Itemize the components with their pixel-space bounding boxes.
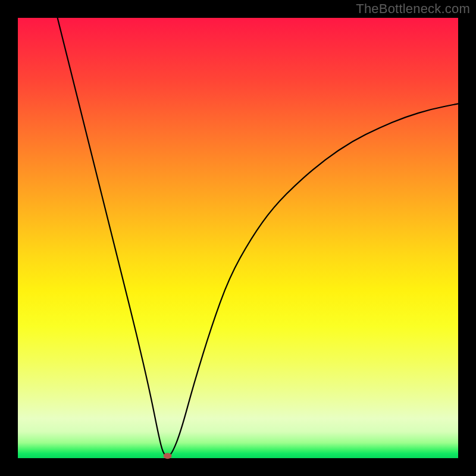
watermark-label: TheBottleneck.com xyxy=(356,1,470,17)
bottleneck-curve xyxy=(58,18,458,455)
chart-frame: TheBottleneck.com xyxy=(0,0,476,476)
plot-area xyxy=(18,18,458,458)
minimum-marker xyxy=(164,453,172,459)
chart-svg xyxy=(18,18,458,458)
